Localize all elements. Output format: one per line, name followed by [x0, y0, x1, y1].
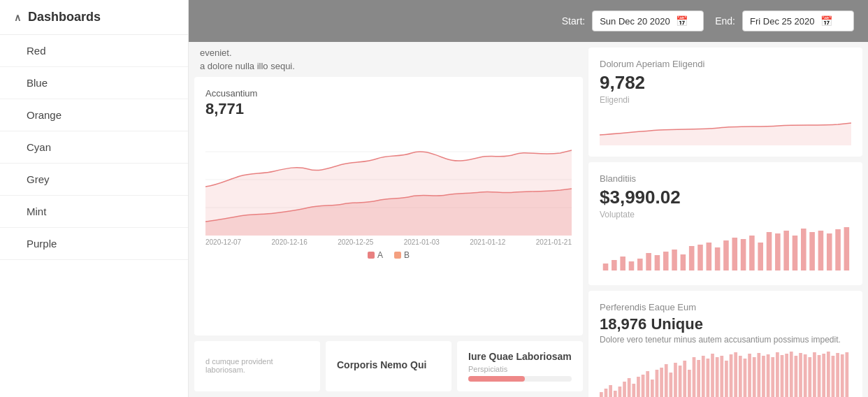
progress-bar-fill	[468, 376, 525, 382]
chart-label-1: 2020-12-07	[205, 238, 241, 246]
svg-rect-72	[785, 354, 788, 397]
svg-rect-70	[776, 352, 779, 397]
bottom-card-3-title: Iure Quae Laboriosam	[468, 351, 572, 362]
legend-dot-a	[368, 252, 375, 259]
start-date-filter: Start: Sun Dec 20 2020 📅	[562, 10, 704, 31]
stat3-desc: Dolore vero tenetur minus autem accusant…	[600, 335, 851, 345]
chart-title: Accusantium	[205, 88, 572, 99]
svg-rect-10	[663, 252, 669, 270]
end-date-input[interactable]: Fri Dec 25 2020 📅	[742, 10, 854, 31]
svg-rect-31	[844, 227, 850, 270]
svg-rect-46	[665, 364, 668, 397]
svg-rect-84	[841, 354, 844, 397]
calendar-icon-end: 📅	[820, 15, 832, 27]
svg-rect-81	[827, 352, 830, 397]
svg-rect-26	[801, 229, 806, 270]
content-inner: eveniet. a dolore nulla illo sequi. Accu…	[189, 42, 868, 397]
sidebar-header: ∧ Dashboards	[0, 0, 188, 35]
chart-label-4: 2021-01-03	[404, 238, 440, 246]
legend-a: A	[368, 250, 383, 260]
svg-rect-74	[795, 356, 798, 397]
stat3-title: Perferendis Eaque Eum	[600, 302, 851, 312]
svg-rect-11	[672, 250, 677, 270]
sidebar-item-red[interactable]: Red	[0, 35, 188, 67]
svg-rect-52	[693, 357, 696, 397]
stat1-mini-line	[600, 110, 851, 145]
svg-rect-69	[771, 357, 774, 397]
sidebar-item-purple[interactable]: Purple	[0, 228, 188, 260]
svg-rect-50	[683, 361, 686, 397]
main-content: Start: Sun Dec 20 2020 📅 End: Fri Dec 25…	[189, 0, 868, 397]
svg-rect-53	[697, 360, 700, 397]
stat2-value: $3,990.02	[600, 187, 851, 208]
legend-dot-b	[394, 252, 401, 259]
svg-rect-82	[832, 356, 835, 397]
svg-rect-3	[603, 264, 609, 270]
svg-rect-28	[818, 231, 824, 270]
start-date-input[interactable]: Sun Dec 20 2020 📅	[592, 10, 704, 31]
chart-area	[205, 124, 572, 236]
svg-rect-57	[716, 357, 719, 397]
svg-rect-75	[799, 353, 802, 397]
topbar: Start: Sun Dec 20 2020 📅 End: Fri Dec 25…	[189, 0, 868, 42]
start-label: Start:	[562, 15, 585, 27]
sidebar-item-blue[interactable]: Blue	[0, 67, 188, 99]
svg-rect-7	[637, 259, 643, 270]
stat1-title: Dolorum Aperiam Eligendi	[600, 59, 851, 69]
svg-rect-24	[783, 231, 789, 270]
svg-rect-14	[697, 245, 703, 270]
sidebar-item-mint[interactable]: Mint	[0, 196, 188, 228]
svg-rect-58	[720, 356, 723, 397]
chart-legend: A B	[205, 250, 572, 260]
sidebar: ∧ Dashboards Red Blue Orange Cyan Grey M…	[0, 0, 189, 397]
legend-b: B	[394, 250, 410, 260]
svg-rect-85	[845, 352, 848, 397]
stat3-bar-chart	[600, 350, 851, 397]
svg-rect-56	[711, 354, 714, 397]
svg-rect-22	[767, 232, 772, 270]
progress-bar-wrap	[468, 376, 572, 382]
svg-rect-13	[689, 246, 695, 270]
bottom-card-2: Corporis Nemo Qui	[326, 341, 451, 391]
svg-rect-15	[707, 243, 712, 270]
svg-rect-8	[646, 253, 651, 270]
svg-rect-61	[734, 352, 737, 397]
collapse-icon[interactable]: ∧	[14, 12, 21, 23]
chart-label-2: 2020-12-16	[272, 238, 308, 246]
svg-rect-47	[669, 373, 672, 397]
svg-rect-42	[646, 371, 649, 397]
svg-rect-73	[790, 352, 793, 397]
stat-card-1: Dolorum Aperiam Eligendi 9,782 Eligendi	[588, 48, 862, 157]
svg-rect-16	[715, 247, 721, 270]
sidebar-item-grey[interactable]: Grey	[0, 164, 188, 196]
svg-rect-35	[614, 391, 617, 397]
intro-text2: a dolore nulla illo sequi.	[189, 58, 588, 71]
svg-rect-45	[660, 368, 663, 397]
end-date-value: Fri Dec 25 2020	[750, 16, 815, 27]
svg-rect-71	[781, 355, 784, 397]
svg-rect-23	[775, 233, 781, 270]
stat2-mini-bar	[600, 225, 851, 274]
svg-rect-64	[748, 354, 751, 397]
svg-rect-5	[620, 257, 625, 270]
svg-rect-36	[619, 387, 622, 397]
svg-rect-33	[605, 389, 608, 397]
end-date-filter: End: Fri Dec 25 2020 📅	[715, 10, 854, 31]
stat3-value: 18,976 Unique	[600, 315, 851, 333]
svg-rect-19	[741, 239, 746, 270]
svg-rect-18	[732, 238, 737, 270]
svg-rect-32	[600, 392, 603, 397]
svg-rect-66	[757, 353, 760, 397]
legend-b-label: B	[404, 250, 410, 260]
svg-rect-41	[642, 375, 645, 397]
sidebar-item-orange[interactable]: Orange	[0, 99, 188, 131]
svg-rect-51	[688, 370, 691, 397]
svg-rect-77	[808, 357, 811, 397]
calendar-icon-start: 📅	[676, 15, 688, 27]
svg-rect-20	[749, 236, 755, 270]
svg-rect-30	[835, 229, 841, 270]
end-label: End:	[715, 15, 735, 27]
sidebar-item-cyan[interactable]: Cyan	[0, 131, 188, 164]
svg-rect-17	[723, 240, 729, 270]
line-chart-svg	[205, 124, 572, 236]
